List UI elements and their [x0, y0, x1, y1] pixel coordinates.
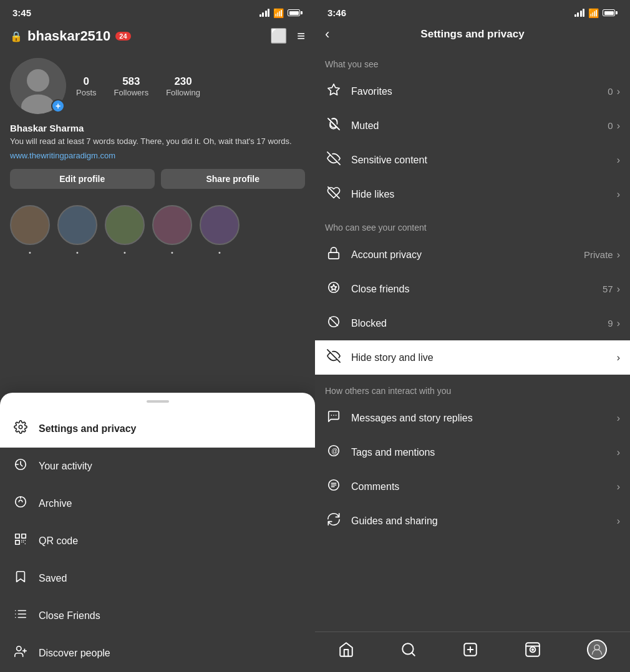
activity-icon	[12, 458, 29, 475]
close-friends-label: Close friends	[351, 284, 603, 295]
left-header: 🔒 bhaskar2510 24 ⬜ ≡	[0, 23, 315, 52]
svg-point-30	[329, 282, 339, 293]
svg-point-2	[19, 425, 22, 429]
sheet-friends-label: Close Friends	[39, 610, 100, 622]
profile-row: + 0 Posts 583 Followers 230 Following	[10, 58, 305, 114]
svg-rect-29	[329, 252, 339, 259]
gear-icon	[12, 420, 29, 438]
chevron-icon: ›	[617, 447, 620, 458]
settings-item-muted[interactable]: Muted 0 ›	[315, 108, 630, 143]
chevron-icon: ›	[617, 481, 620, 492]
svg-rect-7	[16, 534, 19, 538]
tab-profile[interactable]	[587, 640, 607, 660]
signal-icon	[574, 9, 585, 17]
blocked-label: Blocked	[351, 318, 608, 329]
svg-text:@: @	[331, 448, 337, 454]
right-status-bar: 3:46 📶	[315, 0, 630, 23]
settings-item-blocked[interactable]: Blocked 9 ›	[315, 306, 630, 340]
settings-item-account-privacy[interactable]: Account privacy Private ›	[315, 238, 630, 272]
sheet-item-activity[interactable]: Your activity	[0, 448, 315, 485]
edit-profile-button[interactable]: Edit profile	[10, 169, 155, 189]
bottom-sheet: Settings and privacy Your activity	[0, 393, 315, 672]
settings-item-guides[interactable]: Guides and sharing ›	[315, 504, 630, 538]
tags-label: Tags and mentions	[351, 447, 613, 458]
profile-buttons: Edit profile Share profile	[10, 169, 305, 189]
add-story-button[interactable]: +	[51, 99, 65, 113]
section-who-can-see: Who can see your content	[315, 211, 630, 238]
right-panel: 3:46 📶 ‹ Settings and privacy What you s…	[315, 0, 630, 672]
left-panel: 3:45 📶 🔒 bhaskar2510 24 ⬜ ≡	[0, 0, 315, 672]
sheet-item-archive[interactable]: Archive	[0, 485, 315, 522]
muted-label: Muted	[351, 120, 608, 132]
notification-badge: 24	[115, 32, 130, 41]
svg-point-22	[17, 646, 21, 651]
sheet-qr-label: QR code	[39, 535, 78, 547]
star-icon	[325, 83, 342, 100]
nav-title: Settings and privacy	[420, 28, 524, 41]
chevron-icon: ›	[617, 155, 620, 166]
svg-rect-9	[16, 540, 19, 544]
chevron-icon: ›	[617, 284, 620, 295]
new-post-icon[interactable]: ⬜	[270, 28, 287, 44]
share-profile-button[interactable]: Share profile	[161, 169, 306, 189]
tab-search[interactable]	[400, 641, 417, 658]
svg-line-33	[330, 318, 338, 326]
lock-icon	[325, 246, 342, 263]
account-privacy-value: Private	[584, 249, 613, 260]
highlight-item[interactable]: •	[10, 205, 50, 256]
highlight-item[interactable]: •	[152, 205, 192, 256]
tab-home[interactable]	[338, 641, 354, 658]
settings-item-messages[interactable]: Messages and story replies ›	[315, 401, 630, 435]
settings-item-hide-likes[interactable]: Hide likes ›	[315, 177, 630, 211]
discover-icon	[12, 645, 29, 662]
posts-stat: 0 Posts	[76, 75, 97, 97]
username-text: bhaskar2510	[27, 28, 110, 44]
sensitive-icon	[325, 151, 342, 168]
highlight-item[interactable]: •	[105, 205, 145, 256]
guides-icon	[325, 512, 342, 529]
chevron-icon: ›	[617, 352, 620, 363]
battery-icon	[288, 9, 303, 16]
sheet-item-close-friends[interactable]: Close Friends	[0, 597, 315, 635]
hide-story-label: Hide story and live	[351, 352, 613, 363]
back-button[interactable]: ‹	[325, 26, 329, 42]
messages-label: Messages and story replies	[351, 413, 613, 424]
settings-item-close-friends[interactable]: Close friends 57 ›	[315, 272, 630, 306]
sheet-activity-label: Your activity	[39, 461, 92, 472]
following-stat: 230 Following	[166, 75, 200, 97]
section-what-you-see: What you see	[315, 48, 630, 74]
left-status-bar: 3:45 📶	[0, 0, 315, 23]
chevron-icon: ›	[617, 249, 620, 261]
settings-item-sensitive[interactable]: Sensitive content ›	[315, 143, 630, 177]
highlight-item[interactable]: •	[200, 205, 240, 256]
section-how-interact: How others can interact with you	[315, 375, 630, 401]
comments-label: Comments	[351, 481, 613, 492]
svg-line-42	[412, 653, 415, 656]
left-status-icons: 📶	[259, 8, 303, 18]
settings-item-hide-story[interactable]: Hide story and live ›	[315, 340, 630, 375]
following-count: 230	[174, 75, 191, 88]
highlight-item[interactable]: •	[57, 205, 97, 256]
right-status-icons: 📶	[574, 8, 618, 18]
tab-reels[interactable]	[525, 641, 541, 658]
settings-item-favorites[interactable]: Favorites 0 ›	[315, 74, 630, 108]
svg-rect-8	[22, 534, 26, 538]
menu-icon[interactable]: ≡	[297, 28, 305, 44]
saved-icon	[12, 570, 29, 587]
username-row: 🔒 bhaskar2510 24	[10, 28, 131, 44]
close-friends-badge-icon	[325, 281, 342, 297]
settings-item-comments[interactable]: Comments ›	[315, 469, 630, 504]
sheet-item-saved[interactable]: Saved	[0, 560, 315, 597]
profile-link[interactable]: www.thewritingparadigm.com	[10, 151, 305, 160]
chevron-icon: ›	[617, 86, 620, 97]
settings-item-tags[interactable]: @ Tags and mentions ›	[315, 435, 630, 469]
chevron-icon: ›	[617, 516, 620, 527]
archive-icon	[12, 495, 29, 512]
sheet-item-discover[interactable]: Discover people	[0, 635, 315, 672]
battery-icon	[603, 9, 618, 16]
sheet-item-settings[interactable]: Settings and privacy	[0, 410, 315, 448]
tab-add[interactable]	[462, 641, 478, 658]
posts-count: 0	[84, 75, 89, 88]
header-icons: ⬜ ≡	[270, 28, 305, 44]
sheet-item-qr[interactable]: QR code	[0, 522, 315, 560]
